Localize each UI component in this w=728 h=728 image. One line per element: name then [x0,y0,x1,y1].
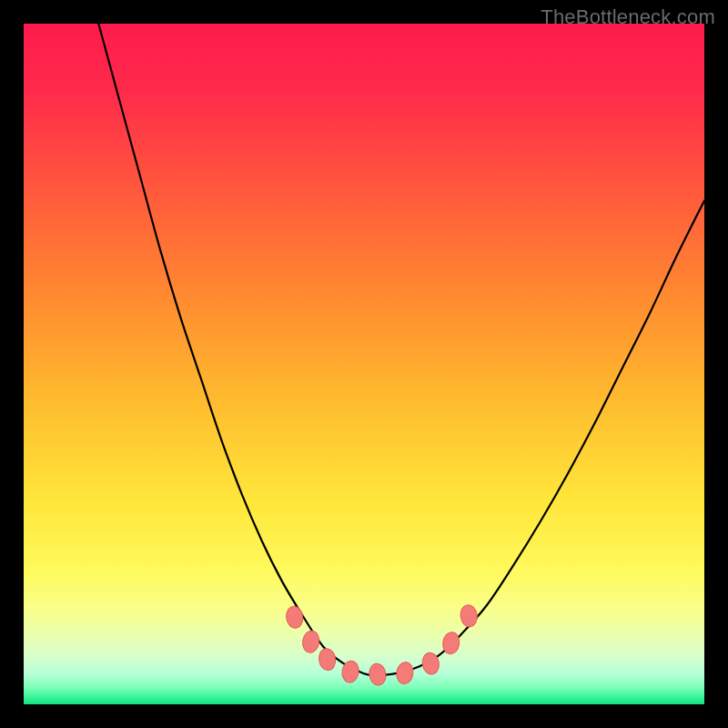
background-gradient [24,24,704,704]
svg-rect-0 [24,24,704,704]
watermark-text: TheBottleneck.com [541,5,715,29]
plot-area [24,24,704,704]
chart-stage: TheBottleneck.com [0,0,728,728]
